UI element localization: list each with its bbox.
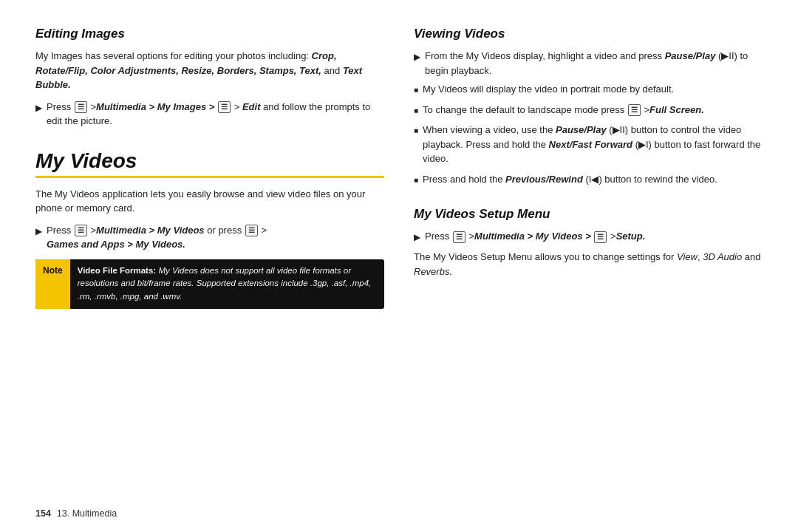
right-column: Viewing Videos ▶ From the My Videos disp… bbox=[414, 27, 763, 505]
editing-desc-plain: My Images has several options for editin… bbox=[35, 50, 312, 61]
square-marker-2: ■ bbox=[414, 105, 418, 116]
menu-key-icon-1: ☰ bbox=[75, 101, 87, 113]
note-label: Note bbox=[35, 259, 70, 309]
editing-images-bullet-text: Press ☰ >Multimedia > My Images > ☰ > Ed… bbox=[47, 100, 384, 129]
menu-key-icon-4: ☰ bbox=[245, 225, 258, 236]
viewing-bullet-2-text: My Videos will display the video in port… bbox=[423, 82, 674, 97]
note-content: Video File Formats: My Videos does not s… bbox=[70, 259, 384, 309]
editing-images-title: Editing Images bbox=[35, 27, 384, 41]
setup-menu-section: My Videos Setup Menu ▶ Press ☰ >Multimed… bbox=[414, 207, 763, 279]
editing-images-section: Editing Images My Images has several opt… bbox=[35, 27, 384, 133]
my-videos-title: My Videos bbox=[35, 149, 384, 173]
setup-menu-title: My Videos Setup Menu bbox=[414, 207, 763, 222]
footer-chapter-text: 13. Multimedia bbox=[57, 508, 117, 519]
viewing-videos-section: Viewing Videos ▶ From the My Videos disp… bbox=[414, 27, 763, 192]
menu-key-icon-2: ☰ bbox=[218, 101, 231, 113]
left-column: Editing Images My Images has several opt… bbox=[35, 27, 384, 505]
viewing-bullet-4: ■ When viewing a video, use the Pause/Pl… bbox=[414, 123, 763, 166]
bullet-arrow-icon-4: ▶ bbox=[414, 231, 420, 244]
bullet-arrow-icon-3: ▶ bbox=[414, 50, 420, 64]
note-bold: Video File Formats: bbox=[78, 266, 157, 275]
viewing-bullet-3-text: To change the default to landscape mode … bbox=[423, 103, 704, 117]
editing-images-desc: My Images has several options for editin… bbox=[35, 49, 384, 92]
note-box: Note Video File Formats: My Videos does … bbox=[35, 259, 384, 309]
viewing-bullet-2: ■ My Videos will display the video in po… bbox=[414, 82, 763, 97]
my-videos-bullet: ▶ Press ☰ >Multimedia > My Videos or pre… bbox=[35, 223, 384, 252]
square-marker-4: ■ bbox=[414, 174, 418, 185]
square-marker-3: ■ bbox=[414, 125, 418, 136]
square-marker-1: ■ bbox=[414, 84, 418, 95]
footer: 154 13. Multimedia bbox=[35, 508, 117, 519]
bullet-arrow-icon: ▶ bbox=[35, 101, 42, 115]
menu-key-icon-6: ☰ bbox=[453, 231, 466, 243]
my-videos-section: My Videos The My Videos application lets… bbox=[35, 149, 384, 309]
viewing-videos-title: Viewing Videos bbox=[414, 27, 763, 41]
menu-key-icon-5: ☰ bbox=[628, 104, 641, 116]
setup-menu-bullet: ▶ Press ☰ >Multimedia > My Videos > ☰ >S… bbox=[414, 229, 763, 244]
page-container: Editing Images My Images has several opt… bbox=[0, 0, 798, 532]
viewing-bullet-1: ▶ From the My Videos display, highlight … bbox=[414, 49, 763, 78]
viewing-bullet-3: ■ To change the default to landscape mod… bbox=[414, 103, 763, 117]
setup-menu-desc: The My Videos Setup Menu allows you to c… bbox=[414, 250, 763, 279]
footer-page-number: 154 bbox=[35, 508, 51, 519]
my-videos-divider bbox=[35, 176, 384, 178]
my-videos-bullet-text: Press ☰ >Multimedia > My Videos or press… bbox=[47, 223, 267, 252]
my-videos-desc: The My Videos application lets you easil… bbox=[35, 187, 384, 216]
viewing-bullet-5-text: Press and hold the Previous/Rewind (I◀) … bbox=[423, 172, 717, 187]
viewing-bullet-5: ■ Press and hold the Previous/Rewind (I◀… bbox=[414, 172, 763, 187]
viewing-bullet-4-text: When viewing a video, use the Pause/Play… bbox=[423, 123, 763, 166]
viewing-bullet-1-text: From the My Videos display, highlight a … bbox=[425, 49, 763, 78]
editing-images-bullet: ▶ Press ☰ >Multimedia > My Images > ☰ > … bbox=[35, 100, 384, 129]
setup-menu-bullet-text: Press ☰ >Multimedia > My Videos > ☰ >Set… bbox=[425, 229, 645, 244]
bullet-arrow-icon-2: ▶ bbox=[35, 225, 42, 238]
menu-key-icon-7: ☰ bbox=[594, 231, 607, 243]
editing-desc-and: and bbox=[321, 65, 343, 76]
menu-key-icon-3: ☰ bbox=[75, 225, 87, 236]
